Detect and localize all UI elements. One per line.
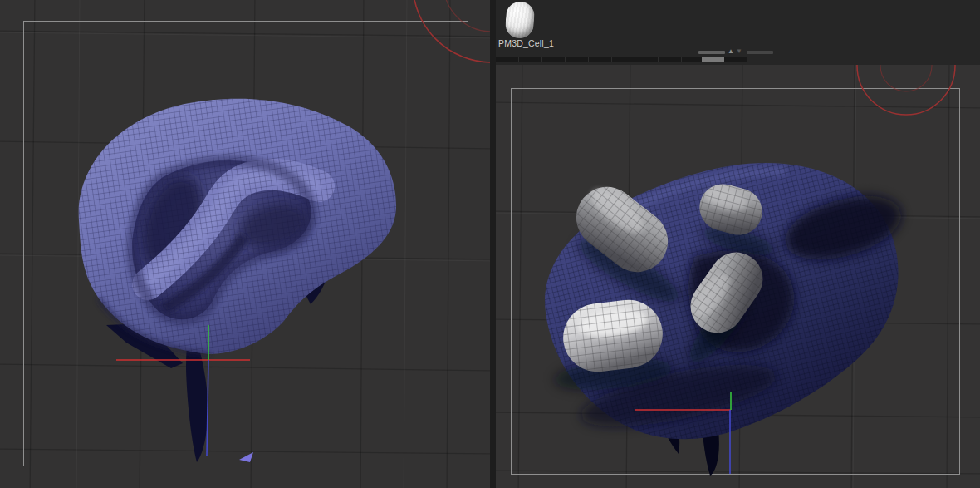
capsule-mesh-thumbnail[interactable] (505, 1, 536, 39)
right-viewport-canvas (496, 65, 980, 488)
tray-scrollbar-thumb[interactable] (702, 57, 724, 62)
left-red-guide-circle (413, 0, 490, 62)
left-viewport[interactable] (0, 0, 490, 488)
splitter-handle-right[interactable] (747, 51, 773, 54)
z-axis-line (207, 360, 208, 456)
splitter-handle-left[interactable] (698, 51, 725, 54)
panel-divider[interactable] (490, 0, 496, 488)
right-panel: PM3D_Cell_1 ▲ ▼ (496, 0, 980, 488)
tray-scrollbar-track[interactable] (496, 57, 747, 62)
splitter-up-arrow-icon[interactable]: ▲ (728, 47, 734, 56)
splitter-down-arrow-icon[interactable]: ▼ (736, 47, 742, 56)
left-viewport-canvas (0, 0, 490, 488)
tool-tray: PM3D_Cell_1 ▲ ▼ (496, 0, 980, 67)
cell-mesh-left[interactable] (79, 99, 396, 462)
tool-item-label: PM3D_Cell_1 (498, 38, 554, 48)
right-viewport[interactable] (496, 65, 980, 488)
app-window: PM3D_Cell_1 ▲ ▼ (0, 0, 980, 488)
